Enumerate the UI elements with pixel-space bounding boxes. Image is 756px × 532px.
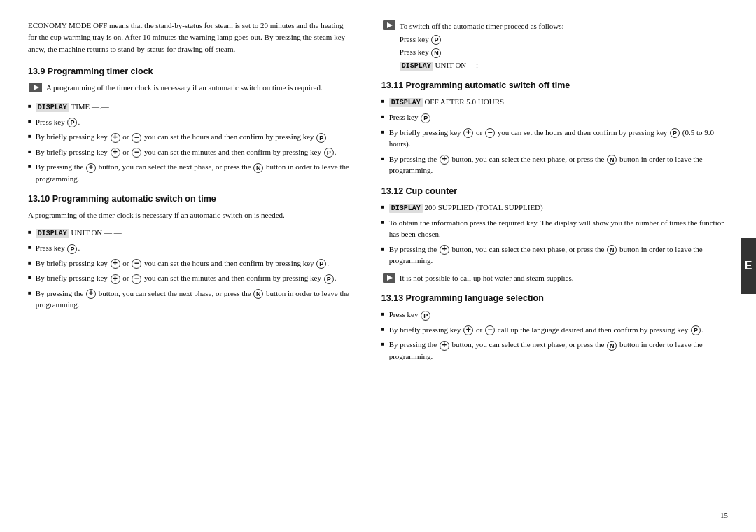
press-key-p: Press key P xyxy=(389,111,432,123)
bullet-text: By pressing the + button, you can select… xyxy=(36,288,354,311)
bullet-item: Press key P xyxy=(382,309,735,321)
bullet-text: By briefly pressing key + or − you can s… xyxy=(36,146,337,158)
section-1313: 13.13 Programming language selection Pre… xyxy=(382,293,735,362)
bullet-item: DISPLAY 200 SUPPLIED (TOTAL SUPPLIED) xyxy=(382,202,735,214)
side-tab: E xyxy=(741,238,756,294)
bullet-text: By briefly pressing key + or − call up t… xyxy=(389,324,704,336)
arrow-icon-note xyxy=(383,273,396,283)
section-1311-bullets: DISPLAY OFF AFTER 5.0 HOURS Press key P … xyxy=(382,96,735,176)
section-1310-note: A programming of the timer clock is nece… xyxy=(28,209,354,221)
bullet-item: Press key P xyxy=(382,111,735,123)
bullet-item: By pressing the + button, you can select… xyxy=(382,339,735,362)
top-arrow-text: To switch off the automatic timer procee… xyxy=(400,20,564,33)
section-1313-title: 13.13 Programming language selection xyxy=(382,293,735,303)
bullet-item: By briefly pressing key + or − you can s… xyxy=(382,127,735,150)
section-1310-bullets: DISPLAY UNIT ON —.— Press key P. By brie… xyxy=(28,227,354,311)
display-label: DISPLAY OFF AFTER 5.0 HOURS xyxy=(389,96,504,108)
bullet-text: By pressing the + button, you can select… xyxy=(389,244,735,267)
press-key-p: Press key P. xyxy=(36,242,80,254)
display-label: DISPLAY UNIT ON —.— xyxy=(36,227,122,239)
section-1312-note-text: It is not possible to call up hot water … xyxy=(400,272,574,284)
top-arrow-block: To switch off the automatic timer procee… xyxy=(382,20,735,72)
section-1312-title: 13.12 Cup counter xyxy=(382,186,735,196)
bullet-item: By pressing the + button, you can select… xyxy=(28,161,354,184)
section-1312-note: It is not possible to call up hot water … xyxy=(382,272,735,284)
section-139: 13.9 Programming timer clock A programmi… xyxy=(28,66,354,184)
page-content: ECONOMY MODE OFF means that the stand-by… xyxy=(0,0,756,532)
arrow-icon-right xyxy=(383,20,396,30)
section-1310-title: 13.10 Programming automatic switch on ti… xyxy=(28,194,354,204)
bullet-item: Press key P. xyxy=(28,116,354,128)
arrow-icon xyxy=(29,83,42,92)
bullet-text: By briefly pressing key + or − you can s… xyxy=(36,272,337,284)
bullet-item: By pressing the + button, you can select… xyxy=(28,288,354,311)
bullet-item: To obtain the information press the requ… xyxy=(382,217,735,240)
bullet-text: By pressing the + button, you can select… xyxy=(389,153,735,176)
section-139-title: 13.9 Programming timer clock xyxy=(28,66,354,76)
section-1312: 13.12 Cup counter DISPLAY 200 SUPPLIED (… xyxy=(382,186,735,284)
section-1311-title: 13.11 Programming automatic switch off t… xyxy=(382,80,735,90)
bullet-item: By pressing the + button, you can select… xyxy=(382,244,735,267)
section-139-note: A programming of the timer clock is nece… xyxy=(28,82,354,94)
bullet-item: By briefly pressing key + or − call up t… xyxy=(382,324,735,336)
bullet-item: DISPLAY TIME —.— xyxy=(28,101,354,113)
display-label: DISPLAY TIME —.— xyxy=(36,101,109,113)
bullet-item: By pressing the + button, you can select… xyxy=(382,153,735,176)
bullet-item: DISPLAY OFF AFTER 5.0 HOURS xyxy=(382,96,735,108)
page-number: 15 xyxy=(720,511,728,519)
bullet-text: By pressing the + button, you can select… xyxy=(389,339,735,362)
left-column: ECONOMY MODE OFF means that the stand-by… xyxy=(28,20,368,512)
section-1311: 13.11 Programming automatic switch off t… xyxy=(382,80,735,176)
section-139-note-text: A programming of the timer clock is nece… xyxy=(46,82,323,94)
bullet-text: To obtain the information press the requ… xyxy=(389,217,735,240)
indent-line: Press key N xyxy=(400,46,735,59)
bullet-item: By briefly pressing key + or − you can s… xyxy=(28,258,354,270)
indented-lines: Press key P Press key N DISPLAY UNIT ON … xyxy=(383,33,735,72)
right-column: To switch off the automatic timer procee… xyxy=(368,20,735,512)
section-139-bullets: DISPLAY TIME —.— Press key P. By briefly… xyxy=(28,101,354,185)
bullet-text: By briefly pressing key + or − you can s… xyxy=(36,258,329,270)
bullet-item: By briefly pressing key + or − you can s… xyxy=(28,272,354,284)
indent-line: DISPLAY UNIT ON —:— xyxy=(400,59,735,72)
bullet-item: DISPLAY UNIT ON —.— xyxy=(28,227,354,239)
section-1310: 13.10 Programming automatic switch on ti… xyxy=(28,194,354,311)
intro-paragraph: ECONOMY MODE OFF means that the stand-by… xyxy=(28,20,354,55)
indent-line: Press key P xyxy=(400,33,735,46)
section-1313-bullets: Press key P By briefly pressing key + or… xyxy=(382,309,735,362)
bullet-item: By briefly pressing key + or − you can s… xyxy=(28,131,354,143)
bullet-text: By briefly pressing key + or − you can s… xyxy=(389,127,735,150)
bullet-item: By briefly pressing key + or − you can s… xyxy=(28,146,354,158)
section-1312-bullets: DISPLAY 200 SUPPLIED (TOTAL SUPPLIED) To… xyxy=(382,202,735,267)
top-arrow-row: To switch off the automatic timer procee… xyxy=(383,20,735,33)
bullet-text: By pressing the + button, you can select… xyxy=(36,161,354,184)
display-label: DISPLAY 200 SUPPLIED (TOTAL SUPPLIED) xyxy=(389,202,543,214)
bullet-item: Press key P. xyxy=(28,242,354,254)
press-key-p: Press key P xyxy=(389,309,432,321)
bullet-text: By briefly pressing key + or − you can s… xyxy=(36,131,329,143)
press-key-p: Press key P. xyxy=(36,116,80,128)
